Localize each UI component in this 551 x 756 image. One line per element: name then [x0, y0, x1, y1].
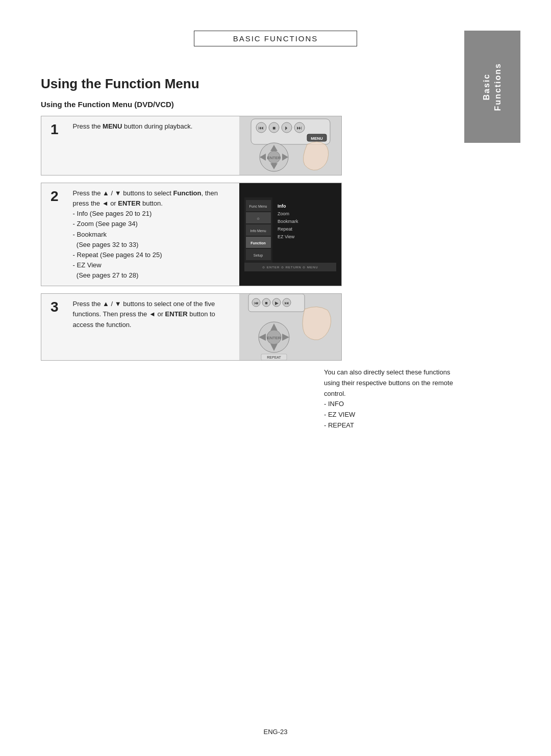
- header-title: Basic Functions: [233, 34, 318, 43]
- svg-text:REPEAT: REPEAT: [267, 356, 281, 359]
- svg-text:☆: ☆: [257, 217, 260, 220]
- step-2-image: Func Menu ☆ Info Menu Function Setup Inf…: [239, 183, 341, 286]
- main-title: Using the Function Menu: [41, 76, 510, 92]
- svg-text:ENTER: ENTER: [267, 156, 281, 160]
- step-3-text: Press the ▲ / ▼ buttons to select one of…: [68, 294, 239, 360]
- step-1-number: 1: [41, 116, 68, 175]
- menu-screen-svg: Func Menu ☆ Info Menu Function Setup Inf…: [242, 195, 339, 274]
- header-box: Basic Functions: [194, 31, 357, 46]
- svg-text:Info Menu: Info Menu: [250, 229, 266, 233]
- side-note-repeat: - REPEAT: [324, 420, 457, 431]
- step-1-box: 1 Press the MENU button during playback.…: [41, 116, 342, 175]
- side-note-text: You can also directly select these funct…: [324, 367, 457, 399]
- section-subtitle: Using the Function Menu (DVD/VCD): [41, 100, 510, 109]
- svg-text:■: ■: [265, 300, 267, 306]
- svg-text:MENU: MENU: [311, 136, 323, 141]
- svg-text:⏮: ⏮: [259, 125, 264, 131]
- step-3-number: 3: [41, 294, 68, 360]
- step-3-image: ⏮ ■ ▶ ⏭ ENTER REPEAT: [239, 294, 341, 360]
- svg-text:⊙ ENTER  ⊙ RETURN  ⊙ MENU: ⊙ ENTER ⊙ RETURN ⊙ MENU: [262, 266, 318, 269]
- svg-text:Info: Info: [278, 204, 286, 209]
- svg-text:Zoom: Zoom: [278, 211, 289, 216]
- step-1-text: Press the MENU button during playback.: [68, 116, 239, 175]
- svg-text:⏭: ⏭: [297, 125, 302, 131]
- svg-text:Repeat: Repeat: [278, 226, 293, 232]
- page-container: Basic Functions Using the Function Menu …: [0, 0, 551, 756]
- page-number: ENG-23: [264, 728, 288, 736]
- svg-text:EZ View: EZ View: [278, 234, 295, 239]
- svg-text:Function: Function: [251, 241, 266, 245]
- side-note-info: - INFO: [324, 399, 457, 410]
- svg-text:■: ■: [272, 125, 275, 131]
- side-note: You can also directly select these funct…: [324, 367, 457, 431]
- step-1-image: ⏮ ■ ⏵ ⏭ MENU ENTER: [239, 116, 341, 175]
- svg-text:Bookmark: Bookmark: [278, 219, 298, 224]
- footer: ENG-23: [0, 728, 551, 736]
- svg-text:ENTER: ENTER: [267, 336, 281, 340]
- side-note-ezview: - EZ VIEW: [324, 410, 457, 420]
- step-2-text: Press the ▲ / ▼ buttons to select Functi…: [68, 183, 239, 286]
- step-2-box: 2 Press the ▲ / ▼ buttons to select Func…: [41, 183, 342, 286]
- svg-text:⏮: ⏮: [254, 300, 258, 306]
- svg-text:⏭: ⏭: [284, 300, 289, 306]
- remote-svg-3: ⏮ ■ ▶ ⏭ ENTER REPEAT: [246, 294, 335, 360]
- svg-text:Setup: Setup: [254, 254, 263, 258]
- svg-text:Func Menu: Func Menu: [249, 205, 267, 208]
- svg-text:⏵: ⏵: [284, 125, 289, 131]
- step-2-number: 2: [41, 183, 68, 286]
- svg-text:▶: ▶: [274, 300, 278, 306]
- remote-svg-1: ⏮ ■ ⏵ ⏭ MENU ENTER: [246, 116, 335, 175]
- step-3-box: 3 Press the ▲ / ▼ buttons to select one …: [41, 293, 342, 361]
